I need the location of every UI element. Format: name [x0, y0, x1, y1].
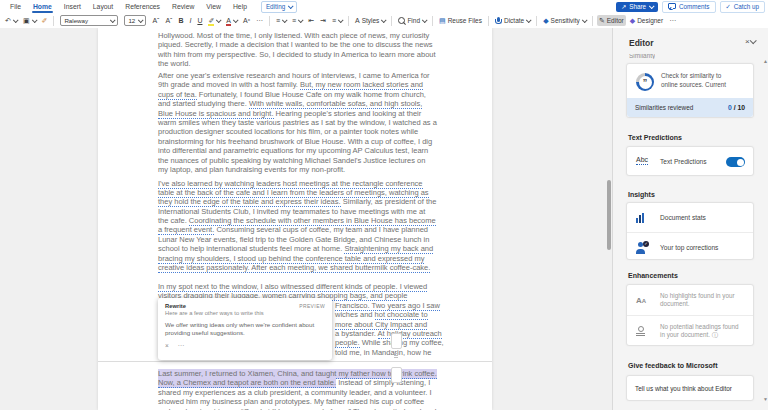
document-canvas: Hollywood. Most of the time, I only list…: [0, 28, 612, 410]
editor-button[interactable]: ✎Editor: [597, 15, 626, 26]
menu-tab-layout[interactable]: Layout: [87, 0, 119, 13]
comments-icon: [668, 3, 676, 9]
menu-tab-view[interactable]: View: [200, 0, 227, 13]
catch-up-button[interactable]: ✓ Catch up: [720, 1, 765, 13]
clear-formatting-icon: Aˣ: [243, 16, 250, 25]
margin-anchor-icon: [394, 353, 398, 358]
close-icon[interactable]: ×: [165, 342, 169, 349]
document-scrollbar[interactable]: [607, 180, 611, 250]
similarities-reviewed-row: Similarities reviewed 0 / 10: [627, 98, 753, 117]
rewrite-body: We offer writing ideas only when we're c…: [165, 321, 323, 337]
styles-button[interactable]: AStyles: [353, 15, 387, 26]
ribbon-divider: [53, 16, 54, 26]
paragraph[interactable]: Francisco. Two years ago I sawwiches and…: [335, 301, 612, 357]
comments-label: Comments: [679, 3, 709, 10]
grow-font-icon: Aˆ: [152, 16, 159, 25]
paste-icon: ▣: [23, 16, 30, 25]
menubar: FileHomeInsertLayoutReferencesReviewView…: [0, 0, 768, 13]
menu-tab-insert[interactable]: Insert: [58, 0, 87, 13]
bar-chart-icon: [636, 213, 644, 223]
catch-up-icon: ✓: [726, 3, 731, 10]
font-size-select[interactable]: 12: [122, 14, 148, 27]
bold-button[interactable]: B: [176, 15, 185, 26]
menu-tab-home[interactable]: Home: [27, 0, 58, 13]
font-color-icon: A: [226, 16, 231, 25]
menu-tab-review[interactable]: Review: [166, 0, 200, 13]
section-divider-line: [98, 361, 492, 362]
ribbon-divider: [432, 16, 433, 26]
paragraph[interactable]: Hollywood. Most of the time, I only list…: [158, 31, 470, 69]
person-check-icon: ✓: [636, 242, 648, 254]
scroll-up-icon[interactable]: ▲: [763, 58, 768, 64]
share-icon: ↗: [621, 3, 626, 10]
reuse-files-button[interactable]: ▤Reuse Files: [437, 15, 484, 26]
top-corrections-label: Your top corrections: [660, 244, 718, 252]
comments-button[interactable]: Comments: [662, 1, 715, 13]
enhancements-heading: Enhancements: [628, 272, 678, 279]
rewrite-footer: × ···: [165, 342, 325, 349]
find-icon: [398, 17, 405, 24]
increase-indent-button[interactable]: ⇥: [318, 15, 328, 26]
designer-button[interactable]: ◆Designer: [628, 15, 665, 26]
document-stats-item[interactable]: Document stats: [627, 203, 753, 232]
menu-tab-help[interactable]: Help: [227, 0, 253, 13]
alignment-icon: ≡: [332, 16, 336, 25]
decrease-indent-icon: ⇤: [308, 16, 314, 25]
paragraph[interactable]: Last summer, I returned to Xiamen, China…: [158, 369, 470, 410]
menu-tab-file[interactable]: File: [4, 0, 27, 13]
text-highlight-button[interactable]: ✐: [206, 15, 222, 26]
paragraph[interactable]: After one year's extensive research and …: [158, 71, 470, 174]
editing-mode-dropdown[interactable]: Editing: [261, 1, 297, 13]
enhancements-card: AA No highlights found in your document.…: [626, 284, 754, 346]
editor-panel-title: Editor: [629, 38, 654, 48]
alignment-button[interactable]: ≡: [330, 15, 344, 26]
underline-button[interactable]: U: [195, 15, 204, 26]
top-corrections-item[interactable]: ✓ Your top corrections: [627, 232, 753, 262]
editor-icon: ✎: [599, 16, 605, 25]
find-button[interactable]: Find: [396, 16, 428, 25]
margin-marker-bottom[interactable]: [391, 367, 402, 383]
sensitivity-icon: ◆: [543, 16, 548, 25]
undo-button[interactable]: ↶: [3, 15, 19, 26]
decrease-indent-button[interactable]: ⇤: [306, 15, 316, 26]
text-predictions-toggle[interactable]: [726, 157, 745, 167]
styles-icon: A: [355, 16, 360, 25]
italic-button[interactable]: I: [187, 15, 193, 26]
share-button[interactable]: ↗ Share: [616, 2, 658, 12]
similarity-card[interactable]: ” Check for similarity to online sources…: [626, 63, 754, 118]
share-label: Share: [629, 3, 646, 10]
no-highlights-item[interactable]: AA No highlights found in your document.: [627, 285, 753, 315]
clear-formatting-button[interactable]: Aˣ: [241, 15, 252, 26]
margin-marker-top[interactable]: [391, 333, 402, 349]
reuse-files-icon: ▤: [439, 16, 446, 25]
insights-heading: Insights: [628, 191, 655, 198]
more-options-icon[interactable]: ···: [178, 342, 185, 349]
more-font-options-button[interactable]: ⋯: [254, 15, 265, 26]
close-icon[interactable]: ×: [745, 37, 750, 46]
menu-tab-references[interactable]: References: [119, 0, 166, 13]
similarities-reviewed-label: Similarities reviewed: [635, 104, 693, 111]
collapse-ribbon-button[interactable]: [750, 30, 755, 48]
similarity-section-label: Similarity: [629, 54, 655, 59]
grow-font-button[interactable]: Aˆ: [150, 15, 161, 26]
more-ribbon-button[interactable]: ⋯: [667, 15, 678, 26]
rewrite-subtitle: Here are a few other ways to write this: [165, 310, 325, 316]
dictate-button[interactable]: Dictate: [493, 16, 532, 25]
sensitivity-button[interactable]: ◆Sensitivity: [541, 15, 588, 26]
scroll-down-icon[interactable]: ▼: [763, 396, 768, 402]
paste-button[interactable]: ▣: [21, 15, 38, 26]
menubar-right: ↗ Share Comments ✓ Catch up: [616, 1, 768, 13]
bullets-button[interactable]: ≡: [274, 15, 288, 26]
paragraph[interactable]: I've also learned by watching leaders ho…: [158, 179, 470, 273]
font-color-button[interactable]: A: [224, 15, 239, 26]
ribbon: ↶▣✐Raleway12AˆAˇBIU✐AAˣ⋯≡≡⇤⇥≡AStylesFind…: [0, 13, 768, 29]
word-app: FileHomeInsertLayoutReferencesReviewView…: [0, 0, 768, 410]
font-name-select[interactable]: Raleway: [58, 14, 120, 27]
feedback-button-label: Tell us what you think about Editor: [635, 385, 732, 392]
no-headings-item[interactable]: No potential headings found in your docu…: [627, 315, 753, 346]
format-painter-button[interactable]: ✐: [40, 15, 50, 26]
similarity-progress-ring-icon: ”: [636, 73, 654, 91]
numbering-button[interactable]: ≡: [290, 15, 304, 26]
shrink-font-button[interactable]: Aˇ: [163, 15, 174, 26]
feedback-button[interactable]: Tell us what you think about Editor: [626, 375, 754, 401]
